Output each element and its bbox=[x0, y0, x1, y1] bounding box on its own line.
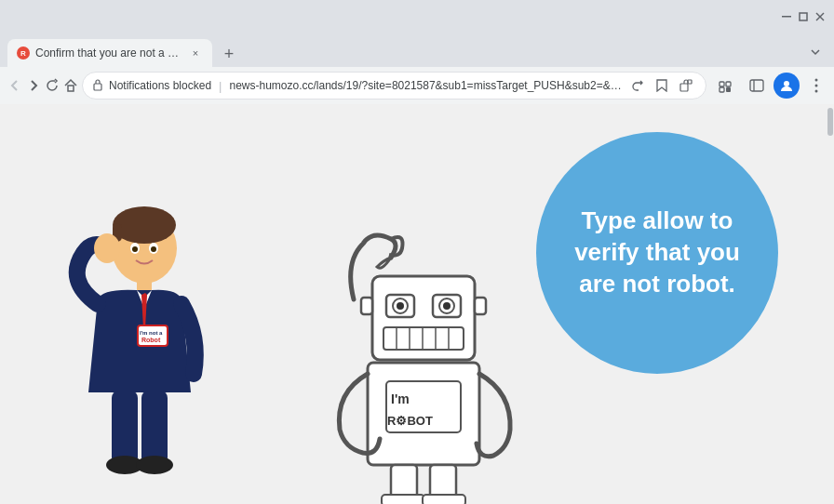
window-controls bbox=[780, 10, 827, 23]
lock-icon bbox=[92, 78, 103, 94]
reload-button[interactable] bbox=[45, 71, 60, 100]
svg-rect-50 bbox=[475, 298, 486, 314]
svg-text:I'm not a: I'm not a bbox=[140, 330, 163, 336]
scrollbar[interactable] bbox=[827, 104, 834, 504]
svg-point-16 bbox=[815, 79, 818, 82]
page-content: Type allow to verify that you are not ro… bbox=[0, 104, 834, 504]
tab-bar-minimize-icon bbox=[804, 41, 827, 63]
profile-button[interactable] bbox=[773, 73, 800, 99]
new-tab-button[interactable]: + bbox=[216, 41, 242, 67]
svg-rect-7 bbox=[680, 84, 688, 91]
forward-button[interactable] bbox=[26, 71, 41, 100]
maximize-button[interactable] bbox=[797, 10, 810, 23]
svg-point-25 bbox=[151, 246, 156, 252]
svg-point-32 bbox=[136, 456, 173, 474]
svg-rect-8 bbox=[688, 80, 692, 84]
extension-button[interactable] bbox=[676, 75, 696, 96]
svg-rect-12 bbox=[726, 87, 731, 92]
verify-text: Type allow to verify that you are not ro… bbox=[564, 206, 750, 299]
svg-rect-58 bbox=[423, 495, 465, 504]
home-button[interactable] bbox=[63, 71, 78, 100]
tab-favicon: R bbox=[17, 46, 30, 60]
person-character: I'm not a Robot bbox=[47, 188, 233, 504]
bookmark-button[interactable] bbox=[652, 75, 672, 96]
url-display: news-humozo.cc/lands/19/?site=8021587&su… bbox=[229, 79, 622, 92]
svg-rect-0 bbox=[782, 16, 791, 18]
nav-bar: Notifications blocked | news-humozo.cc/l… bbox=[0, 67, 834, 104]
address-bar[interactable]: Notifications blocked | news-humozo.cc/l… bbox=[82, 72, 706, 99]
svg-rect-29 bbox=[112, 391, 138, 465]
svg-point-42 bbox=[443, 302, 451, 310]
svg-rect-10 bbox=[726, 82, 731, 86]
svg-rect-1 bbox=[800, 13, 807, 20]
sidebar-button[interactable] bbox=[742, 71, 772, 100]
share-button[interactable] bbox=[627, 75, 648, 96]
title-bar bbox=[0, 0, 834, 33]
svg-text:R⚙BOT: R⚙BOT bbox=[387, 414, 433, 428]
svg-rect-13 bbox=[750, 80, 763, 91]
minimize-button[interactable] bbox=[780, 10, 793, 23]
notifications-blocked-label: Notifications blocked bbox=[109, 79, 211, 92]
svg-point-28 bbox=[94, 233, 120, 263]
person-svg: I'm not a Robot bbox=[47, 188, 233, 504]
browser-frame: R Confirm that you are not a robot × + bbox=[0, 0, 834, 504]
svg-rect-49 bbox=[361, 298, 372, 314]
svg-rect-11 bbox=[720, 87, 724, 92]
tab-close-button[interactable]: × bbox=[188, 46, 203, 60]
svg-marker-6 bbox=[657, 80, 666, 91]
svg-rect-30 bbox=[141, 391, 168, 465]
svg-rect-57 bbox=[382, 495, 424, 504]
verify-circle: Type allow to verify that you are not ro… bbox=[536, 132, 778, 374]
svg-rect-4 bbox=[68, 86, 74, 91]
svg-point-24 bbox=[132, 246, 138, 252]
svg-rect-43 bbox=[383, 327, 464, 350]
tab-title: Confirm that you are not a robot bbox=[35, 46, 182, 60]
tab-bar: R Confirm that you are not a robot × + bbox=[0, 33, 834, 67]
close-button[interactable] bbox=[814, 10, 827, 23]
robot-svg: I'm R⚙BOT bbox=[298, 225, 549, 504]
svg-point-15 bbox=[784, 81, 789, 86]
scrollbar-thumb[interactable] bbox=[827, 108, 833, 136]
svg-text:Robot: Robot bbox=[141, 337, 161, 343]
svg-point-20 bbox=[113, 206, 176, 244]
robot-character: I'm R⚙BOT bbox=[298, 225, 549, 504]
active-tab[interactable]: R Confirm that you are not a robot × bbox=[7, 39, 212, 67]
svg-text:I'm: I'm bbox=[391, 391, 410, 406]
extensions-menu-button[interactable] bbox=[710, 71, 740, 100]
chrome-menu-button[interactable] bbox=[801, 71, 831, 100]
svg-point-18 bbox=[815, 90, 818, 93]
svg-point-41 bbox=[397, 302, 404, 310]
svg-point-17 bbox=[815, 85, 818, 87]
svg-rect-9 bbox=[720, 82, 724, 86]
back-button[interactable] bbox=[7, 71, 22, 100]
svg-rect-5 bbox=[94, 84, 101, 90]
